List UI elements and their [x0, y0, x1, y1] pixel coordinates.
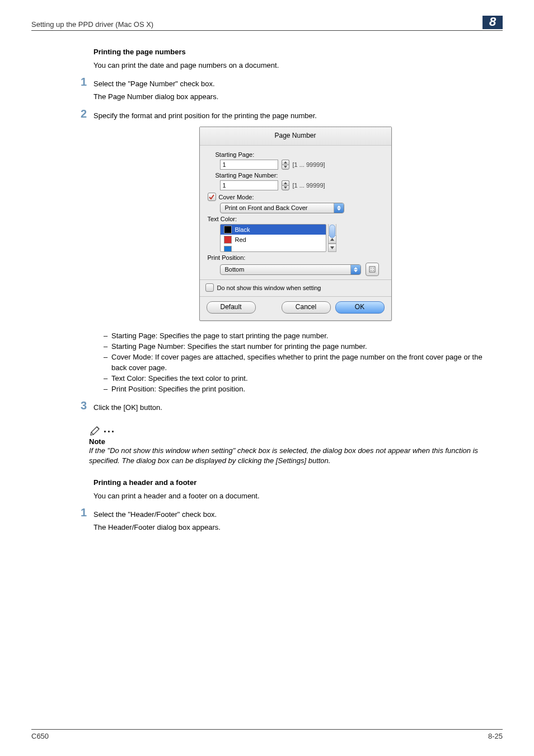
color-swatch: [224, 226, 232, 234]
ellipsis-icon: ...: [104, 423, 115, 436]
cover-mode-checkbox[interactable]: [208, 193, 216, 201]
chapter-badge: 8: [483, 16, 503, 29]
svg-point-11: [371, 268, 372, 269]
footer-left: C650: [31, 732, 49, 740]
breadcrumb: Setting up the PPD driver (Mac OS X): [31, 17, 153, 29]
page-footer: C650 8-25: [31, 729, 503, 740]
range-hint: [1 ... 99999]: [293, 182, 325, 189]
color-swatch: [224, 236, 232, 244]
step-text: Select the "Page Number" check box.: [93, 78, 497, 90]
select-value: Bottom: [225, 266, 245, 273]
starting-page-stepper[interactable]: [282, 160, 289, 170]
text-color-list[interactable]: Black Red: [220, 224, 326, 252]
step-number: 2: [73, 108, 87, 120]
detail-icon: [369, 266, 376, 273]
paragraph: You can print the date and page numbers …: [93, 60, 497, 71]
field-label: Text Color:: [208, 216, 381, 222]
svg-marker-5: [337, 208, 341, 211]
page-header: Setting up the PPD driver (Mac OS X) 8: [31, 17, 503, 31]
list-item: Text Color: Specifies the text color to …: [104, 374, 497, 384]
do-not-show-checkbox[interactable]: [205, 283, 214, 292]
page-number-dialog: Page Number Starting Page: 1 [1 ... 9999…: [199, 127, 392, 321]
dialog-title: Page Number: [200, 127, 391, 146]
scrollbar[interactable]: [328, 224, 336, 252]
section-title-pagenum: Printing the page numbers: [93, 48, 497, 56]
starting-page-input[interactable]: 1: [220, 160, 278, 170]
step-number: 1: [73, 506, 87, 519]
list-item[interactable]: [221, 245, 326, 252]
detail-button[interactable]: [366, 263, 379, 276]
field-label: Starting Page:: [216, 151, 381, 158]
svg-marker-8: [354, 267, 358, 269]
list-item-label: Red: [235, 236, 246, 243]
list-item[interactable]: Black: [221, 225, 326, 235]
list-item: Cover Mode: If cover pages are attached,…: [104, 352, 497, 372]
step-text: Click the [OK] button.: [93, 402, 497, 413]
svg-marker-2: [284, 182, 287, 184]
svg-point-14: [373, 270, 374, 271]
step-text: The Header/Footer dialog box appears.: [93, 522, 497, 533]
svg-rect-10: [369, 267, 375, 272]
field-label: Print Position:: [208, 254, 381, 261]
list-item: Print Position: Specifies the print posi…: [104, 384, 497, 394]
starting-page-number-input[interactable]: 1: [220, 180, 278, 190]
cover-mode-select[interactable]: Print on Front and Back Cover: [220, 203, 344, 213]
svg-marker-1: [284, 166, 287, 168]
default-button[interactable]: Default: [207, 301, 256, 314]
svg-marker-4: [337, 206, 341, 208]
step-number: 1: [73, 76, 87, 88]
svg-marker-3: [284, 186, 287, 189]
range-hint: [1 ... 99999]: [293, 161, 325, 168]
bullet-list: Starting Page: Specifies the page to sta…: [93, 331, 497, 394]
section-title-headerfooter: Printing a header and a footer: [93, 478, 497, 487]
paragraph: You can print a header and a footer on a…: [93, 491, 497, 501]
footer-right: 8-25: [488, 732, 503, 740]
print-position-select[interactable]: Bottom: [220, 264, 361, 275]
svg-line-15: [97, 427, 99, 429]
svg-marker-7: [330, 246, 334, 249]
list-item[interactable]: Red: [221, 235, 326, 245]
color-swatch: [224, 246, 232, 252]
svg-point-13: [371, 270, 372, 271]
chevron-updown-icon: [350, 265, 360, 274]
field-label: Cover Mode:: [219, 194, 254, 200]
svg-marker-9: [354, 270, 358, 272]
step-number: 3: [73, 399, 87, 412]
list-item: Starting Page: Specifies the page to sta…: [104, 331, 497, 341]
field-label: Starting Page Number:: [216, 172, 381, 179]
list-item-label: Black: [235, 226, 250, 233]
select-value: Print on Front and Back Cover: [225, 204, 308, 211]
step-text: Select the "Header/Footer" check box.: [93, 509, 497, 520]
note-label: Note: [89, 437, 497, 446]
chevron-updown-icon: [334, 203, 344, 213]
step-text: The Page Number dialog box appears.: [93, 91, 497, 102]
svg-marker-6: [330, 238, 334, 241]
note-body: If the "Do not show this window when set…: [89, 446, 497, 466]
ok-button[interactable]: OK: [335, 301, 385, 314]
checkbox-label: Do not show this window when setting: [217, 284, 321, 291]
note-icon: [89, 424, 101, 436]
svg-point-12: [373, 268, 374, 269]
cancel-button[interactable]: Cancel: [282, 301, 331, 314]
step-text: Specify the format and print position fo…: [93, 110, 497, 122]
svg-marker-0: [284, 161, 287, 164]
starting-page-number-stepper[interactable]: [282, 180, 289, 190]
list-item: Starting Page Number: Specifies the star…: [104, 342, 497, 352]
